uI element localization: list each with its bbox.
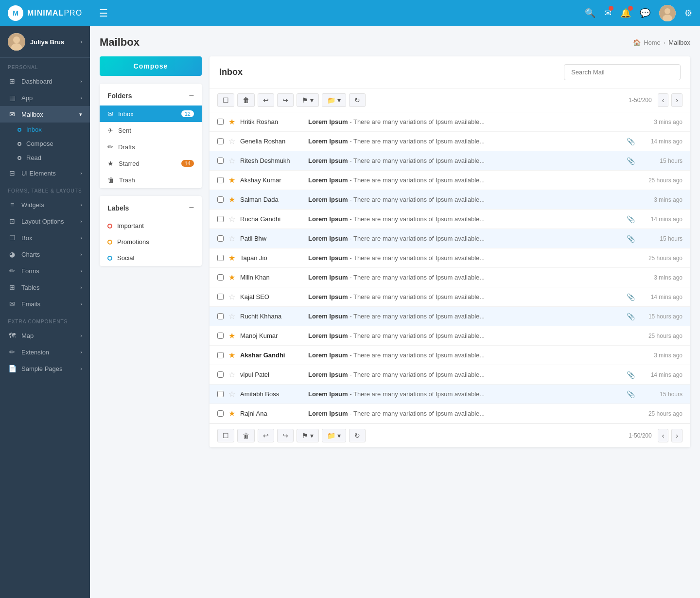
email-row[interactable]: ★ Tapan Jio Lorem Ipsum - There are many… [210,248,690,268]
search-icon[interactable]: 🔍 [585,8,595,18]
refresh-button[interactable]: ↻ [349,93,366,107]
star-button[interactable]: ★ [228,409,235,418]
sidebar-item-mailbox[interactable]: ✉ Mailbox ▾ [0,106,90,123]
email-row[interactable]: ☆ vipul Patel Lorem Ipsum - There are ma… [210,365,690,385]
label-important[interactable]: Important [100,218,202,234]
email-row[interactable]: ★ Milin Khan Lorem Ipsum - There are man… [210,268,690,287]
star-button[interactable]: ☆ [228,389,235,399]
sidebar-subitem-read[interactable]: Read [0,151,90,165]
sidebar-item-forms[interactable]: ✏ Forms › [0,263,90,279]
sidebar-subitem-inbox[interactable]: Inbox [0,123,90,137]
star-button[interactable]: ★ [228,176,235,185]
email-checkbox[interactable] [217,352,224,358]
folder-inbox[interactable]: ✉ Inbox 12 [100,106,202,122]
star-button[interactable]: ★ [228,273,235,282]
star-button[interactable]: ☆ [228,312,235,321]
label-social[interactable]: Social [100,250,202,266]
sidebar-item-widgets[interactable]: ≡ Widgets › [0,196,90,213]
mail-icon[interactable]: ✉ [604,8,612,18]
star-button[interactable]: ★ [228,195,235,204]
flag-button[interactable]: ⚑ ▾ [297,93,319,107]
reply-button[interactable]: ↩ [258,93,274,107]
prev-page-button[interactable]: ‹ [658,93,669,107]
email-checkbox[interactable] [217,158,224,164]
star-button[interactable]: ★ [228,351,235,360]
email-row[interactable]: ★ Hritik Roshan Lorem Ipsum - There are … [210,112,690,132]
next-page-button[interactable]: › [671,93,682,107]
sidebar-item-ui-elements[interactable]: ⊟ UI Elements › [0,165,90,181]
email-checkbox[interactable] [217,391,224,397]
prev-page-button-bottom[interactable]: ‹ [658,429,669,442]
sidebar-item-app[interactable]: ▦ App › [0,89,90,106]
notification-icon[interactable]: 🔔 [620,8,631,18]
email-checkbox[interactable] [217,196,224,203]
folder-sent[interactable]: ✈ Sent [100,122,202,139]
email-checkbox[interactable] [217,119,224,125]
email-checkbox[interactable] [217,235,224,242]
hamburger-icon[interactable]: ☰ [99,7,108,19]
search-input[interactable] [564,64,681,80]
email-row[interactable]: ★ Rajni Ana Lorem Ipsum - There are many… [210,404,690,423]
sidebar-item-tables[interactable]: ⊞ Tables › [0,279,90,296]
email-row[interactable]: ☆ Ruchit Khhana Lorem Ipsum - There are … [210,307,690,326]
compose-button[interactable]: Compose [100,56,202,76]
folders-collapse-icon[interactable]: − [189,90,194,101]
chat-icon[interactable]: 💬 [640,8,650,18]
sidebar-item-dashboard[interactable]: ⊞ Dashboard › [0,73,90,89]
labels-collapse-icon[interactable]: − [189,203,194,213]
select-all-button[interactable]: ☐ [217,93,234,107]
email-row[interactable]: ★ Akshar Gandhi Lorem Ipsum - There are … [210,346,690,365]
label-promotions[interactable]: Promotions [100,234,202,250]
select-all-button-bottom[interactable]: ☐ [217,429,234,442]
folder-trash[interactable]: 🗑 Trash [100,172,202,188]
sidebar-subitem-compose[interactable]: Compose [0,137,90,151]
email-row[interactable]: ☆ Ritesh Deshmukh Lorem Ipsum - There ar… [210,151,690,171]
avatar[interactable] [659,5,676,21]
email-row[interactable]: ☆ Genelia Roshan Lorem Ipsum - There are… [210,132,690,151]
flag-button-bottom[interactable]: ⚑ ▾ [297,429,319,442]
email-checkbox[interactable] [217,371,224,378]
settings-icon[interactable]: ⚙ [684,8,692,18]
sidebar-item-charts[interactable]: ◕ Charts › [0,246,90,263]
star-button[interactable]: ☆ [228,214,235,224]
email-checkbox[interactable] [217,138,224,144]
folder-drafts[interactable]: ✏ Drafts [100,139,202,155]
delete-button-bottom[interactable]: 🗑 [237,429,255,442]
email-row[interactable]: ★ Salman Dada Lorem Ipsum - There are ma… [210,190,690,210]
email-checkbox[interactable] [217,274,224,281]
delete-button[interactable]: 🗑 [237,93,255,107]
sidebar-item-emails[interactable]: ✉ Emails › [0,296,90,312]
email-row[interactable]: ★ Akshay Kumar Lorem Ipsum - There are m… [210,171,690,190]
forward-button[interactable]: ↪ [277,93,294,107]
folder-button[interactable]: 📁 ▾ [322,93,346,107]
email-checkbox[interactable] [217,294,224,300]
email-checkbox[interactable] [217,255,224,261]
star-button[interactable]: ☆ [228,156,235,165]
email-row[interactable]: ☆ Patil Bhw Lorem Ipsum - There are many… [210,229,690,248]
star-button[interactable]: ☆ [228,137,235,146]
star-button[interactable]: ★ [228,117,235,126]
next-page-button-bottom[interactable]: › [671,429,682,442]
sidebar-user[interactable]: Juliya Brus › [0,26,90,58]
star-button[interactable]: ☆ [228,370,235,379]
sidebar-item-sample-pages[interactable]: 📄 Sample Pages › [0,360,90,377]
email-checkbox[interactable] [217,313,224,319]
email-checkbox[interactable] [217,410,224,417]
sidebar-item-map[interactable]: 🗺 Map › [0,327,90,344]
star-button[interactable]: ★ [228,331,235,340]
star-button[interactable]: ☆ [228,234,235,243]
email-row[interactable]: ★ Manoj Kumar Lorem Ipsum - There are ma… [210,326,690,346]
star-button[interactable]: ☆ [228,292,235,301]
sidebar-item-extension[interactable]: ✏ Extension › [0,344,90,360]
reply-button-bottom[interactable]: ↩ [258,429,274,442]
email-checkbox[interactable] [217,216,224,222]
star-button[interactable]: ★ [228,253,235,263]
folder-starred[interactable]: ★ Starred 14 [100,155,202,172]
refresh-button-bottom[interactable]: ↻ [349,429,366,442]
email-row[interactable]: ☆ Rucha Gandhi Lorem Ipsum - There are m… [210,210,690,229]
email-row[interactable]: ☆ Kajal SEO Lorem Ipsum - There are many… [210,287,690,307]
email-checkbox[interactable] [217,177,224,183]
forward-button-bottom[interactable]: ↪ [277,429,294,442]
folder-button-bottom[interactable]: 📁 ▾ [322,429,346,442]
email-row[interactable]: ☆ Amitabh Boss Lorem Ipsum - There are m… [210,385,690,404]
